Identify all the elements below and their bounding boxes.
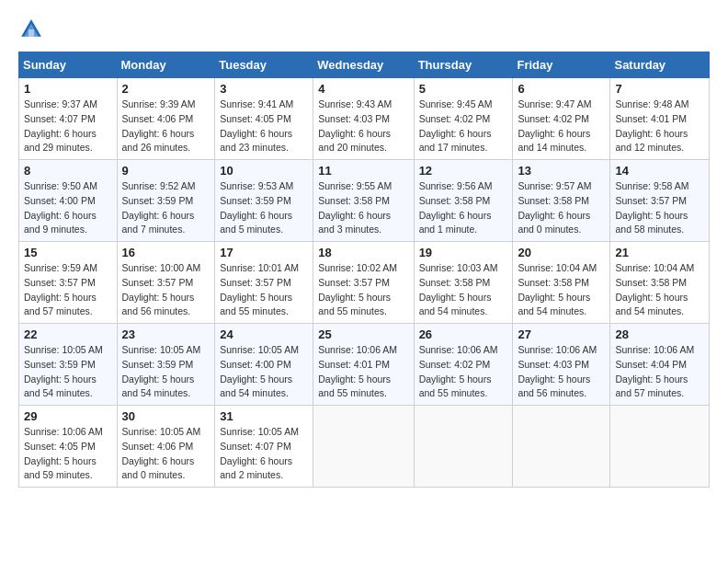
calendar-cell: 11 Sunrise: 9:55 AM Sunset: 3:58 PM Dayl… [313,160,414,242]
logo-icon [18,17,44,42]
header [18,17,710,42]
day-info: Sunrise: 10:05 AM Sunset: 4:07 PM Daylig… [220,426,299,480]
day-info: Sunrise: 9:59 AM Sunset: 3:57 PM Dayligh… [24,262,97,316]
calendar-cell [414,406,513,488]
day-number: 19 [419,246,508,259]
calendar-cell [610,406,710,488]
svg-rect-2 [28,29,34,37]
calendar-cell: 13 Sunrise: 9:57 AM Sunset: 3:58 PM Dayl… [513,160,610,242]
calendar-cell: 8 Sunrise: 9:50 AM Sunset: 4:00 PM Dayli… [19,160,118,242]
day-info: Sunrise: 10:06 AM Sunset: 4:02 PM Daylig… [419,344,498,398]
day-info: Sunrise: 10:02 AM Sunset: 3:57 PM Daylig… [318,262,397,316]
day-number: 24 [220,327,308,341]
day-number: 3 [220,82,308,96]
day-info: Sunrise: 10:05 AM Sunset: 3:59 PM Daylig… [24,344,103,398]
day-info: Sunrise: 9:57 AM Sunset: 3:58 PM Dayligh… [518,180,591,235]
day-number: 15 [24,246,112,259]
day-number: 23 [122,327,210,341]
weekday-header-wednesday: Wednesday [313,52,414,78]
calendar-week-5: 29 Sunrise: 10:06 AM Sunset: 4:05 PM Day… [19,406,710,488]
day-info: Sunrise: 9:43 AM Sunset: 4:03 PM Dayligh… [318,98,392,153]
day-number: 13 [518,164,605,178]
page: SundayMondayTuesdayWednesdayThursdayFrid… [0,0,728,497]
calendar-cell: 4 Sunrise: 9:43 AM Sunset: 4:03 PM Dayli… [313,78,414,160]
calendar-table: SundayMondayTuesdayWednesdayThursdayFrid… [18,52,710,488]
weekday-header-tuesday: Tuesday [215,52,313,78]
calendar-cell: 29 Sunrise: 10:06 AM Sunset: 4:05 PM Day… [19,406,118,488]
calendar-cell: 27 Sunrise: 10:06 AM Sunset: 4:03 PM Day… [513,324,610,406]
day-info: Sunrise: 9:58 AM Sunset: 3:57 PM Dayligh… [615,180,688,235]
day-info: Sunrise: 10:06 AM Sunset: 4:03 PM Daylig… [518,344,597,398]
calendar-cell: 21 Sunrise: 10:04 AM Sunset: 3:58 PM Day… [610,242,710,324]
day-number: 27 [518,327,605,341]
day-info: Sunrise: 10:05 AM Sunset: 4:06 PM Daylig… [122,426,201,480]
calendar-cell: 17 Sunrise: 10:01 AM Sunset: 3:57 PM Day… [215,242,313,324]
logo [18,17,46,42]
calendar-week-4: 22 Sunrise: 10:05 AM Sunset: 3:59 PM Day… [19,324,710,406]
calendar-cell: 12 Sunrise: 9:56 AM Sunset: 3:58 PM Dayl… [414,160,513,242]
day-info: Sunrise: 10:06 AM Sunset: 4:04 PM Daylig… [615,344,694,398]
weekday-header-row: SundayMondayTuesdayWednesdayThursdayFrid… [19,52,710,78]
weekday-header-saturday: Saturday [610,52,710,78]
day-number: 26 [419,327,508,341]
calendar-cell [313,406,414,488]
calendar-week-1: 1 Sunrise: 9:37 AM Sunset: 4:07 PM Dayli… [19,78,710,160]
day-number: 18 [318,246,408,259]
calendar-cell: 28 Sunrise: 10:06 AM Sunset: 4:04 PM Day… [610,324,710,406]
calendar-cell: 6 Sunrise: 9:47 AM Sunset: 4:02 PM Dayli… [513,78,610,160]
day-info: Sunrise: 9:37 AM Sunset: 4:07 PM Dayligh… [24,98,97,153]
calendar-cell: 15 Sunrise: 9:59 AM Sunset: 3:57 PM Dayl… [19,242,118,324]
day-number: 11 [318,164,408,178]
day-number: 12 [419,164,508,178]
day-number: 4 [318,82,408,96]
day-info: Sunrise: 9:47 AM Sunset: 4:02 PM Dayligh… [518,98,591,153]
day-number: 6 [518,82,605,96]
calendar-cell: 14 Sunrise: 9:58 AM Sunset: 3:57 PM Dayl… [610,160,710,242]
day-number: 16 [122,246,210,259]
calendar-cell: 31 Sunrise: 10:05 AM Sunset: 4:07 PM Day… [215,406,313,488]
day-number: 2 [122,82,210,96]
day-number: 28 [615,327,704,341]
day-number: 10 [220,164,308,178]
day-info: Sunrise: 9:39 AM Sunset: 4:06 PM Dayligh… [122,98,196,153]
calendar-cell: 23 Sunrise: 10:05 AM Sunset: 3:59 PM Day… [117,324,215,406]
day-number: 31 [220,409,308,423]
day-info: Sunrise: 9:56 AM Sunset: 3:58 PM Dayligh… [419,180,493,235]
day-info: Sunrise: 9:52 AM Sunset: 3:59 PM Dayligh… [122,180,196,235]
day-number: 29 [24,409,112,423]
calendar-cell: 16 Sunrise: 10:00 AM Sunset: 3:57 PM Day… [117,242,215,324]
day-info: Sunrise: 10:06 AM Sunset: 4:01 PM Daylig… [318,344,397,398]
calendar-cell: 7 Sunrise: 9:48 AM Sunset: 4:01 PM Dayli… [610,78,710,160]
day-number: 20 [518,246,605,259]
calendar-cell: 19 Sunrise: 10:03 AM Sunset: 3:58 PM Day… [414,242,513,324]
calendar-cell: 20 Sunrise: 10:04 AM Sunset: 3:58 PM Day… [513,242,610,324]
day-info: Sunrise: 10:06 AM Sunset: 4:05 PM Daylig… [24,426,103,480]
calendar-cell: 25 Sunrise: 10:06 AM Sunset: 4:01 PM Day… [313,324,414,406]
weekday-header-thursday: Thursday [414,52,513,78]
day-number: 30 [122,409,210,423]
day-number: 8 [24,164,112,178]
day-info: Sunrise: 10:01 AM Sunset: 3:57 PM Daylig… [220,262,299,316]
calendar-cell: 30 Sunrise: 10:05 AM Sunset: 4:06 PM Day… [117,406,215,488]
weekday-header-sunday: Sunday [19,52,118,78]
calendar-week-3: 15 Sunrise: 9:59 AM Sunset: 3:57 PM Dayl… [19,242,710,324]
day-number: 17 [220,246,308,259]
calendar-cell: 24 Sunrise: 10:05 AM Sunset: 4:00 PM Day… [215,324,313,406]
day-number: 7 [615,82,704,96]
day-number: 21 [615,246,704,259]
day-info: Sunrise: 10:05 AM Sunset: 4:00 PM Daylig… [220,344,299,398]
day-info: Sunrise: 9:41 AM Sunset: 4:05 PM Dayligh… [220,98,293,153]
weekday-header-monday: Monday [117,52,215,78]
day-info: Sunrise: 10:05 AM Sunset: 3:59 PM Daylig… [122,344,201,398]
calendar-cell: 26 Sunrise: 10:06 AM Sunset: 4:02 PM Day… [414,324,513,406]
day-info: Sunrise: 9:50 AM Sunset: 4:00 PM Dayligh… [24,180,97,235]
day-info: Sunrise: 10:00 AM Sunset: 3:57 PM Daylig… [122,262,201,316]
calendar-week-2: 8 Sunrise: 9:50 AM Sunset: 4:00 PM Dayli… [19,160,710,242]
calendar-cell: 2 Sunrise: 9:39 AM Sunset: 4:06 PM Dayli… [117,78,215,160]
calendar-cell: 10 Sunrise: 9:53 AM Sunset: 3:59 PM Dayl… [215,160,313,242]
day-info: Sunrise: 9:55 AM Sunset: 3:58 PM Dayligh… [318,180,392,235]
day-number: 14 [615,164,704,178]
calendar-cell: 22 Sunrise: 10:05 AM Sunset: 3:59 PM Day… [19,324,118,406]
day-number: 25 [318,327,408,341]
calendar-cell [513,406,610,488]
